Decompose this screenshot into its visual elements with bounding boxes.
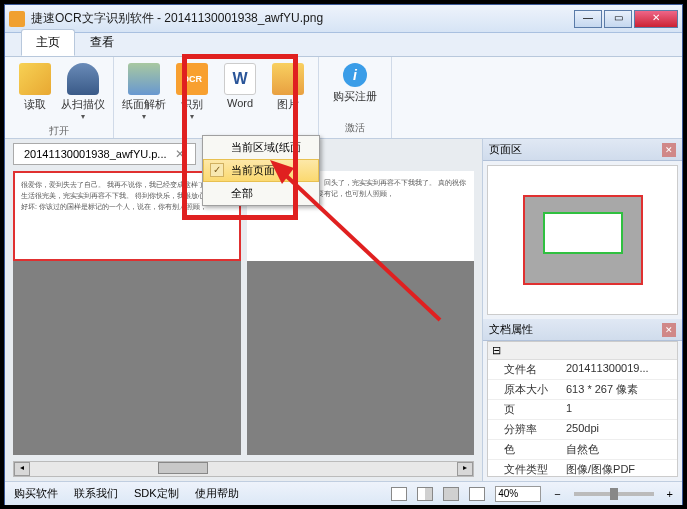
prop-group-toggle[interactable]: ⊟	[488, 342, 677, 360]
parse-button[interactable]: 纸面解析 ▾	[120, 59, 168, 123]
maximize-button[interactable]: ▭	[604, 10, 632, 28]
word-button[interactable]: W Word	[216, 59, 264, 123]
prop-row: 色自然色	[488, 440, 677, 460]
buy-button[interactable]: i 购买注册	[325, 59, 385, 120]
side-panel: 页面区 ✕ 文档属性 ✕ ⊟ 文件名201411300019... 原本大小61…	[482, 139, 682, 481]
chevron-down-icon: ▾	[142, 112, 146, 121]
horizontal-scrollbar[interactable]: ◂ ▸	[13, 461, 474, 477]
file-tab[interactable]: 20141130001938_awfYU.p... ✕	[13, 143, 196, 165]
prop-row: 分辨率250dpi	[488, 420, 677, 440]
menu-item-all[interactable]: 全部	[203, 182, 319, 205]
chevron-down-icon: ▾	[190, 112, 194, 121]
prop-row: 文件名201411300019...	[488, 360, 677, 380]
status-help-link[interactable]: 使用帮助	[192, 486, 242, 501]
scanner-button[interactable]: 从扫描仪 ▾	[59, 59, 107, 123]
check-icon: ✓	[210, 163, 224, 177]
zoom-out-button[interactable]: −	[551, 488, 563, 500]
read-button[interactable]: 读取	[11, 59, 59, 123]
view-mode-2-icon[interactable]	[417, 487, 433, 501]
props-close-icon[interactable]: ✕	[662, 323, 676, 337]
ocr-icon: OCR	[176, 63, 208, 95]
tab-view[interactable]: 查看	[75, 29, 129, 56]
picture-icon	[272, 63, 304, 95]
ocr-dropdown-menu: 当前区域(纸面 ✓ 当前页面 全部	[202, 135, 320, 206]
view-mode-1-icon[interactable]	[391, 487, 407, 501]
status-buy-link[interactable]: 购买软件	[11, 486, 61, 501]
document-page-left[interactable]: 很爱你，爱到失去了自己。 我再不说你，我已经变成这样了。 你的生活很完美，完实实…	[13, 171, 241, 455]
zoom-in-button[interactable]: +	[664, 488, 676, 500]
picture-button[interactable]: 图片	[264, 59, 312, 123]
window-title: 捷速OCR文字识别软件 - 20141130001938_awfYU.png	[31, 10, 574, 27]
properties-grid: ⊟ 文件名201411300019... 原本大小613 * 267 像素 页1…	[487, 341, 678, 477]
view-mode-4-icon[interactable]	[469, 487, 485, 501]
scroll-right-button[interactable]: ▸	[457, 462, 473, 476]
app-window: 捷速OCR文字识别软件 - 20141130001938_awfYU.png —…	[4, 4, 683, 505]
scroll-track[interactable]	[30, 462, 457, 476]
file-tab-label: 20141130001938_awfYU.p...	[24, 148, 167, 160]
tab-main[interactable]: 主页	[21, 29, 75, 56]
preview-region	[543, 212, 623, 254]
document-page-right[interactable]: 别人面前很美了自己。 回头了，完实实到再容不下我我了。 真的祝你快乐，我放心。 …	[247, 171, 475, 455]
preview-close-icon[interactable]: ✕	[662, 143, 676, 157]
ocr-button[interactable]: OCR 识别 ▾	[168, 59, 216, 123]
scroll-left-button[interactable]: ◂	[14, 462, 30, 476]
parse-icon	[128, 63, 160, 95]
ribbon-tabs: 主页 查看	[5, 33, 682, 57]
prop-row: 原本大小613 * 267 像素	[488, 380, 677, 400]
scroll-thumb[interactable]	[158, 462, 208, 474]
scanner-icon	[67, 63, 99, 95]
word-icon: W	[224, 63, 256, 95]
page-preview[interactable]	[487, 165, 678, 315]
folder-open-icon	[19, 63, 51, 95]
menu-item-region[interactable]: 当前区域(纸面	[203, 136, 319, 159]
prop-row: 文件类型图像/图像PDF	[488, 460, 677, 477]
close-button[interactable]: ✕	[634, 10, 678, 28]
content-area: 20141130001938_awfYU.p... ✕ 很爱你，爱到失去了自己。…	[5, 139, 682, 481]
statusbar: 购买软件 联系我们 SDK定制 使用帮助 − +	[5, 481, 682, 505]
prop-row: 页1	[488, 400, 677, 420]
props-header: 文档属性 ✕	[483, 319, 682, 341]
status-contact-link[interactable]: 联系我们	[71, 486, 121, 501]
zoom-slider-thumb[interactable]	[610, 488, 618, 500]
view-mode-3-icon[interactable]	[443, 487, 459, 501]
minimize-button[interactable]: —	[574, 10, 602, 28]
ribbon: 读取 从扫描仪 ▾ 打开 纸面解析 ▾ OCR 识别	[5, 57, 682, 139]
app-icon	[9, 11, 25, 27]
zoom-input[interactable]	[495, 486, 541, 502]
info-icon: i	[343, 63, 367, 87]
status-sdk-link[interactable]: SDK定制	[131, 486, 182, 501]
preview-header: 页面区 ✕	[483, 139, 682, 161]
menu-item-page[interactable]: ✓ 当前页面	[203, 159, 319, 182]
chevron-down-icon: ▾	[81, 112, 85, 121]
zoom-slider[interactable]	[574, 492, 654, 496]
preview-thumbnail	[523, 195, 643, 285]
file-tab-close-icon[interactable]: ✕	[175, 147, 185, 161]
